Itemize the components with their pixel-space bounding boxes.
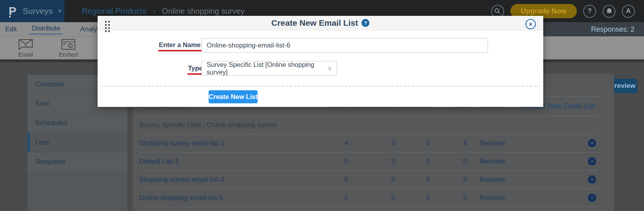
notifications-button[interactable] — [603, 5, 616, 18]
total-count: 0 — [430, 158, 467, 165]
breadcrumb-current-survey: Online shopping survey — [162, 7, 245, 16]
tab-distribute[interactable]: Distribute — [29, 25, 62, 34]
drag-handle-icon[interactable] — [104, 20, 110, 32]
sidebar-item-lists[interactable]: Lists — [28, 133, 127, 152]
list-name-link[interactable]: Shopping-survey-email-list-1 — [139, 139, 305, 147]
delete-list-icon[interactable]: ✕ — [588, 157, 596, 165]
delete-list-icon[interactable]: ✕ — [588, 139, 596, 147]
sidebar-item-label: Sent — [35, 100, 49, 108]
questionpro-logo: P — [9, 6, 16, 17]
product-switcher[interactable]: P Surveys ▼ — [0, 0, 64, 22]
list-name-link[interactable]: Default List-1 — [139, 158, 305, 165]
rename-link[interactable]: Rename — [467, 139, 586, 147]
chevron-down-icon: ▼ — [57, 8, 62, 14]
total-count: 0 — [430, 194, 467, 202]
active-count: 0 — [305, 194, 348, 202]
tab-edit[interactable]: Edit — [5, 25, 17, 33]
create-new-list-button[interactable]: Create New List — [209, 90, 258, 103]
delete-list-icon[interactable]: ✕ — [588, 175, 596, 184]
sidebar-item-templates[interactable]: Templates — [28, 152, 127, 172]
sidebar-item-label: Scheduled — [35, 119, 67, 127]
rename-link[interactable]: Rename — [467, 158, 586, 165]
create-email-list-modal: Create New Email List ? ✕ Enter a Name: … — [98, 16, 543, 107]
unsubscribed-count: 0 — [348, 158, 395, 165]
logo-dot — [9, 16, 11, 17]
responses-counter: Responses: 2 — [541, 22, 644, 37]
close-icon[interactable]: ✕ — [525, 19, 536, 29]
tool-email-label: Email — [18, 51, 33, 58]
table-row: Shopping-survey-email-list-2 0 0 0 0 Ren… — [139, 171, 599, 189]
table-row: Default List-1 0 0 0 0 Rename ✕ — [139, 152, 599, 171]
tool-embed[interactable]: Embed — [55, 39, 82, 58]
help-icon[interactable]: ? — [362, 19, 369, 27]
breadcrumb-separator: › — [153, 7, 155, 15]
email-lists-table: My Email Lists Active Unsubscribed Bounc… — [139, 96, 599, 207]
sidebar-item-label: Lists — [35, 139, 49, 146]
chevron-down-icon: ∨ — [328, 65, 332, 72]
sidebar-item-label: Compose — [35, 80, 64, 88]
bounced-count: 0 — [395, 139, 430, 147]
modal-title: Create New Email List — [271, 18, 358, 28]
total-count: 4 — [430, 139, 467, 147]
responses-label: Responses: 2 — [591, 25, 635, 34]
breadcrumb: Regional Products › Online shopping surv… — [82, 7, 245, 16]
list-name-link[interactable]: Shopping-survey-email-list-2 — [139, 176, 305, 184]
tool-embed-label: Embed — [59, 51, 78, 58]
avatar[interactable]: A — [622, 5, 635, 18]
search-icon — [494, 8, 501, 14]
email-envelope-icon — [18, 39, 33, 50]
table-row: Shopping-survey-email-list-1 4 0 0 4 Ren… — [139, 134, 599, 152]
list-type-selected-value: Survey Specific List [Online shopping su… — [207, 61, 324, 76]
list-name-input[interactable] — [201, 38, 488, 53]
bounced-count: 0 — [395, 158, 430, 165]
unsubscribed-count: 0 — [348, 194, 395, 202]
help-button[interactable]: ? — [583, 5, 596, 18]
toolbar-tools: Email Embed — [12, 39, 82, 58]
bounced-count: 0 — [395, 176, 430, 184]
group-header-label: Survey Specific Lists : Online shopping … — [139, 121, 277, 129]
sidebar-item-scheduled[interactable]: Scheduled — [28, 114, 127, 133]
modal-header: Create New Email List ? — [98, 16, 543, 30]
unsubscribed-count: 0 — [348, 176, 395, 184]
avatar-initial: A — [626, 7, 631, 15]
bell-icon — [606, 8, 612, 14]
table-group-header: Survey Specific Lists : Online shopping … — [139, 116, 599, 134]
rename-link[interactable]: Rename — [467, 176, 586, 184]
type-field-label: Type — [188, 65, 203, 72]
table-row: Online-shopping-email-list-5 0 0 0 0 Ren… — [139, 189, 599, 207]
question-mark-icon: ? — [588, 7, 591, 15]
tool-email[interactable]: Email — [12, 39, 40, 58]
embed-window-icon — [61, 39, 75, 50]
active-count: 4 — [305, 139, 348, 147]
breadcrumb-folder-link[interactable]: Regional Products — [82, 7, 146, 16]
active-count: 0 — [305, 158, 348, 165]
total-count: 0 — [430, 176, 467, 184]
list-name-link[interactable]: Online-shopping-email-list-5 — [139, 194, 305, 202]
app-screen: P Surveys ▼ Regional Products › Online s… — [0, 0, 644, 211]
modal-footer-divider — [101, 86, 540, 87]
list-type-select[interactable]: Survey Specific List [Online shopping su… — [201, 61, 337, 76]
name-field-label: Enter a Name: — [159, 41, 203, 49]
active-count: 0 — [305, 176, 348, 184]
delete-list-icon[interactable]: ✕ — [588, 194, 596, 202]
rename-link[interactable]: Rename — [467, 194, 586, 202]
sidebar-item-label: Templates — [35, 158, 66, 166]
bounced-count: 0 — [395, 194, 430, 202]
product-name: Surveys — [23, 6, 53, 16]
unsubscribed-count: 0 — [348, 139, 395, 147]
